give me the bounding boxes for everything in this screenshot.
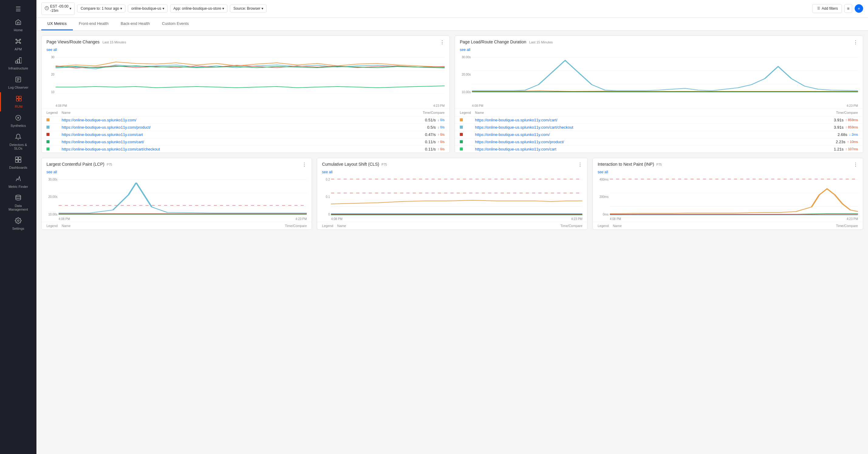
y-label-10: 10: [46, 91, 54, 94]
page-views-chart-area: 30 20 10: [41, 54, 450, 109]
legend-compare-value: ↑ 0/s: [438, 140, 445, 143]
main-area: EST -05:00 -15m ▾ Compare to: 1 hour ago…: [36, 0, 868, 454]
lcp-y-10: 10.00s: [46, 213, 57, 216]
tab-custom-events[interactable]: Custom Events: [156, 18, 195, 30]
legend-color-swatch: [46, 140, 62, 143]
page-load-legend-header: Legend Name Time/Compare: [455, 109, 863, 116]
legend-url[interactable]: https://online-boutique-us.splunko11y.co…: [62, 139, 423, 144]
sidebar-item-detectors-label: Detectors &SLOs: [9, 143, 27, 150]
cls-title-group: Cumulative Layout Shift (CLS) P75: [322, 162, 387, 167]
legend-compare-value: ↓ 0/s: [438, 118, 445, 122]
settings-icon: [15, 217, 22, 225]
pl-y-10: 10.00s: [460, 91, 471, 94]
cls-y-02: 0.2: [322, 178, 330, 181]
page-load-x-labels: 4:08 PM 4:23 PM: [460, 103, 858, 109]
source-selector[interactable]: Source: Browser ▾: [230, 5, 267, 12]
legend-url[interactable]: https://online-boutique-us.splunko11y.co…: [475, 139, 833, 144]
color-swatch: [460, 148, 463, 151]
time-selector[interactable]: EST -05:00 -15m ▾: [41, 2, 75, 15]
legend-color-swatch: [46, 118, 62, 121]
sidebar-item-settings[interactable]: Settings: [0, 214, 36, 233]
tab-front-end-health[interactable]: Front-end Health: [73, 18, 115, 30]
sidebar-item-synthetics[interactable]: Synthetics: [0, 111, 36, 130]
list-item: https://online-boutique-us.splunko11y.co…: [455, 124, 863, 131]
svg-rect-23: [16, 160, 18, 162]
sidebar-item-detectors-slos[interactable]: Detectors &SLOs: [0, 130, 36, 153]
svg-point-2: [20, 39, 21, 40]
legend-url[interactable]: https://online-boutique-us.splunko11y.co…: [475, 118, 832, 122]
svg-rect-22: [19, 157, 21, 159]
cls-y-labels: 0.2 0.1 0: [322, 176, 331, 216]
store-selector[interactable]: App: online-boutique-us-store ▾: [170, 5, 227, 12]
page-load-header: Page Load/Route Change Duration Last 15 …: [455, 36, 863, 47]
lcp-see-all[interactable]: see all: [46, 170, 307, 174]
add-filters-label: Add filters: [822, 6, 838, 11]
lcp-x-start: 4:08 PM: [59, 217, 70, 221]
sidebar-item-metric-finder[interactable]: Metric Finder: [0, 172, 36, 192]
cls-legend-col: Legend: [322, 224, 337, 228]
cls-menu-icon[interactable]: ⋮: [578, 162, 583, 167]
synthetics-icon: [15, 115, 22, 123]
inp-legend-name: Name: [613, 224, 822, 228]
inp-see-all[interactable]: see all: [598, 170, 858, 174]
legend-color-swatch: [46, 148, 62, 151]
svg-line-6: [19, 40, 20, 41]
sidebar-item-dashboards-label: Dashboards: [9, 166, 27, 169]
cls-y-0: 0: [322, 213, 330, 216]
page-views-see-all[interactable]: see all: [46, 47, 445, 52]
lcp-y-labels: 30.00s 20.00s 10.00s: [46, 176, 59, 216]
compare-selector[interactable]: Compare to: 1 hour ago ▾: [77, 5, 125, 12]
legend-url[interactable]: https://online-boutique-us.splunko11y.co…: [475, 147, 832, 152]
page-load-subtitle: Last 15 Minutes: [529, 40, 553, 44]
add-filters-button[interactable]: Add filters: [812, 4, 842, 13]
menu-button[interactable]: ≡: [844, 4, 852, 13]
menu-icon[interactable]: ☰: [0, 2, 36, 16]
page-load-see-all[interactable]: see all: [460, 47, 858, 52]
cls-see-all[interactable]: see all: [322, 170, 582, 174]
legend-url[interactable]: https://online-boutique-us.splunko11y.co…: [62, 118, 423, 122]
legend-url[interactable]: https://online-boutique-us.splunko11y.co…: [475, 132, 835, 137]
sidebar-item-home[interactable]: Home: [0, 16, 36, 35]
lcp-menu-icon[interactable]: ⋮: [302, 162, 307, 167]
pl-legend-col: Legend: [460, 111, 475, 115]
inp-y-labels: 400ms 200ms 0ms: [598, 176, 610, 216]
infrastructure-icon: [15, 57, 22, 65]
sidebar-item-log-observer[interactable]: Log Observer: [0, 73, 36, 92]
sidebar-item-infrastructure[interactable]: Infrastructure: [0, 54, 36, 73]
legend-metric-value: 2.23s: [836, 139, 845, 144]
legend-url[interactable]: https://online-boutique-us.splunko11y.co…: [62, 132, 423, 137]
cls-card: Cumulative Layout Shift (CLS) P75 ⋮ see …: [317, 158, 587, 230]
lcp-title-group: Largest Contentful Paint (LCP) P75: [46, 162, 112, 167]
page-views-menu-icon[interactable]: ⋮: [440, 39, 445, 45]
sidebar-item-settings-label: Settings: [12, 227, 24, 230]
page-views-header: Page Views/Route Changes Last 15 Minutes…: [41, 36, 450, 47]
lcp-chart-area: 30.00s 20.00s 10.00s: [41, 176, 312, 222]
svg-line-8: [19, 42, 20, 43]
app-selector[interactable]: online-boutique-us ▾: [128, 5, 168, 12]
sidebar-item-dashboards[interactable]: Dashboards: [0, 153, 36, 172]
svg-rect-18: [16, 99, 18, 101]
lcp-x-labels: 4:08 PM 4:23 PM: [46, 216, 307, 222]
tab-back-end-health[interactable]: Back-end Health: [115, 18, 156, 30]
y-label-20: 20: [46, 73, 54, 76]
lcp-legend-value: Time/Compare: [270, 224, 307, 228]
cls-svg: [331, 176, 582, 216]
legend-url[interactable]: https://online-boutique-us.splunko11y.co…: [475, 125, 832, 130]
sidebar-item-apm[interactable]: APM: [0, 35, 36, 54]
expand-button[interactable]: +: [855, 4, 863, 13]
page-load-menu-icon[interactable]: ⋮: [853, 39, 858, 45]
inp-title-group: Interaction to Next Paint (INP) P75: [598, 162, 662, 167]
svg-point-4: [20, 42, 21, 44]
page-views-card: Page Views/Route Changes Last 15 Minutes…: [41, 35, 450, 153]
cls-y-01: 0.1: [322, 195, 330, 198]
legend-color-swatch: [46, 133, 62, 136]
inp-menu-icon[interactable]: ⋮: [853, 162, 858, 167]
cls-x-end: 4:23 PM: [571, 217, 582, 221]
legend-url[interactable]: https://online-boutique-us.splunko11y.co…: [62, 125, 425, 130]
legend-url[interactable]: https://online-boutique-us.splunko11y.co…: [62, 147, 423, 152]
sidebar-item-rum[interactable]: RUM: [0, 92, 36, 111]
bottom-cards-row: Largest Contentful Paint (LCP) P75 ⋮ see…: [41, 158, 863, 230]
sidebar-item-data-management[interactable]: DataManagement: [0, 192, 36, 214]
pl-legend-name: Name: [475, 111, 822, 115]
tab-ux-metrics[interactable]: UX Metrics: [41, 18, 73, 30]
